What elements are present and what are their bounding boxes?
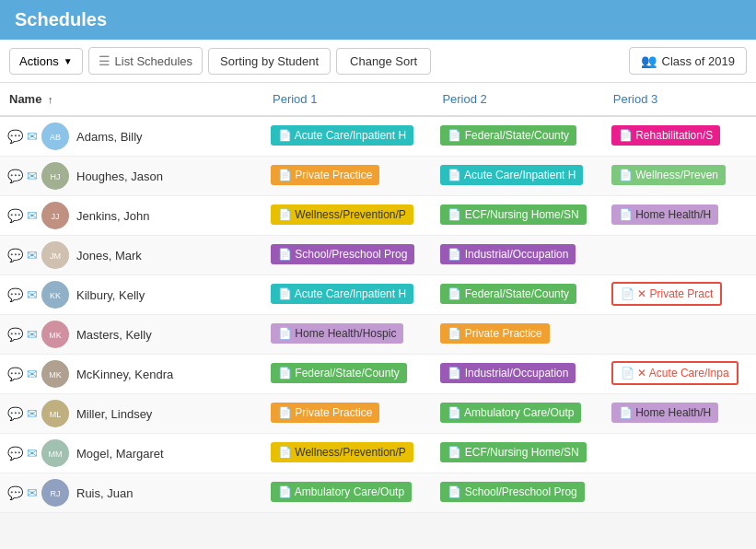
chat-icon[interactable]: 💬 — [7, 287, 23, 302]
mail-icon[interactable]: ✉ — [27, 406, 38, 421]
chat-icon[interactable]: 💬 — [7, 367, 23, 381]
period2-cell: 📄 School/Preschool Prog — [433, 473, 603, 513]
student-name-cell: 💬 ✉ RJ Ruis, Juan — [0, 473, 263, 513]
svg-text:AB: AB — [50, 133, 61, 142]
schedule-badge[interactable]: 📄 Home Health/Hospic — [271, 323, 403, 344]
schedule-badge[interactable]: 📄 Industrial/Occupation — [440, 244, 576, 264]
period1-cell: 📄 Home Health/Hospic — [263, 315, 433, 355]
chat-icon[interactable]: 💬 — [7, 406, 23, 421]
table-row: 💬 ✉ MK Masters, Kelly 📄 Home Health/Hosp… — [0, 315, 756, 355]
period2-cell: 📄 Industrial/Occupation — [433, 236, 603, 275]
period1-cell: 📄 Private Practice — [263, 157, 433, 196]
schedule-badge[interactable]: 📄 Ambulatory Care/Outp — [271, 482, 412, 502]
mail-icon[interactable]: ✉ — [27, 287, 38, 302]
table-row: 💬 ✉ MM Mogel, Margaret 📄 Wellness/Preven… — [0, 434, 756, 473]
schedule-badge[interactable]: 📄 ✕ Private Pract — [611, 282, 722, 306]
schedule-badge[interactable]: 📄 ECF/Nursing Home/SN — [440, 204, 586, 225]
chat-icon[interactable]: 💬 — [7, 169, 23, 183]
student-name: Mogel, Margaret — [76, 447, 164, 461]
student-name: Ruis, Juan — [76, 486, 133, 500]
class-button[interactable]: 👥 Class of 2019 — [629, 47, 748, 75]
student-name-cell: 💬 ✉ MK McKinney, Kendra — [0, 355, 263, 394]
table-row: 💬 ✉ JJ Jenkins, John 📄 Wellness/Preventi… — [0, 196, 756, 236]
chat-icon[interactable]: 💬 — [7, 208, 23, 223]
sorting-label: Sorting by Student — [208, 48, 331, 75]
schedule-badge[interactable]: 📄 Industrial/Occupation — [440, 363, 576, 383]
period1-cell: 📄 Federal/State/County — [263, 355, 433, 394]
avatar: MK — [41, 360, 69, 388]
class-icon: 👥 — [641, 53, 657, 68]
schedule-badge[interactable]: 📄 Wellness/Preven — [611, 165, 726, 185]
mail-icon[interactable]: ✉ — [27, 327, 38, 342]
schedule-badge[interactable]: 📄 Federal/State/County — [440, 125, 576, 146]
period2-cell: 📄 Acute Care/Inpatient H — [433, 157, 603, 196]
period3-cell: 📄 ✕ Acute Care/Inpa — [604, 355, 756, 394]
col-period1: Period 1 — [263, 83, 433, 116]
mail-icon[interactable]: ✉ — [27, 367, 38, 381]
period3-cell: 📄 Rehabilitation/S — [604, 116, 756, 157]
student-name: McKinney, Kendra — [76, 368, 173, 381]
schedule-badge[interactable]: 📄 Acute Care/Inpatient H — [271, 125, 413, 146]
schedule-badge[interactable]: 📄 Home Health/H — [611, 204, 718, 225]
list-schedules-label: List Schedules — [115, 54, 193, 68]
student-name-cell: 💬 ✉ MK Masters, Kelly — [0, 315, 263, 355]
schedule-badge[interactable]: 📄 Private Practice — [271, 403, 379, 423]
schedule-badge[interactable]: 📄 Wellness/Prevention/P — [271, 204, 413, 225]
student-name: Kilbury, Kelly — [76, 288, 145, 302]
dropdown-arrow-icon: ▼ — [64, 56, 73, 66]
schedule-badge[interactable]: 📄 School/Preschool Prog — [440, 482, 584, 502]
col-name[interactable]: Name ↑ — [0, 83, 263, 116]
schedule-badge[interactable]: 📄 Ambulatory Care/Outp — [440, 403, 581, 423]
table-row: 💬 ✉ RJ Ruis, Juan 📄 Ambulatory Care/Outp… — [0, 473, 756, 513]
schedule-badge[interactable]: 📄 ✕ Acute Care/Inpa — [611, 361, 739, 385]
table-row: 💬 ✉ HJ Houghes, Jason 📄 Private Practice… — [0, 157, 756, 196]
period1-cell: 📄 Private Practice — [263, 394, 433, 434]
chat-icon[interactable]: 💬 — [7, 327, 23, 342]
mail-icon[interactable]: ✉ — [27, 485, 38, 500]
schedule-badge[interactable]: 📄 Home Health/H — [611, 403, 718, 423]
period3-cell: 📄 ✕ Private Pract — [604, 275, 756, 315]
svg-text:RJ: RJ — [51, 489, 61, 498]
chat-icon[interactable]: 💬 — [7, 129, 23, 144]
mail-icon[interactable]: ✉ — [27, 169, 38, 183]
period2-cell: 📄 ECF/Nursing Home/SN — [433, 196, 603, 236]
period3-cell — [604, 315, 756, 355]
avatar: ML — [41, 400, 69, 427]
actions-label: Actions — [19, 54, 59, 68]
page-title: Schedules — [15, 9, 107, 29]
student-name-cell: 💬 ✉ KK Kilbury, Kelly — [0, 275, 263, 315]
schedule-badge[interactable]: 📄 Acute Care/Inpatient H — [271, 284, 413, 304]
svg-text:KK: KK — [50, 291, 61, 300]
period2-cell: 📄 ECF/Nursing Home/SN — [433, 434, 603, 473]
period2-cell: 📄 Ambulatory Care/Outp — [433, 394, 603, 434]
schedule-badge[interactable]: 📄 Federal/State/County — [440, 284, 576, 304]
mail-icon[interactable]: ✉ — [27, 129, 38, 144]
schedule-badge[interactable]: 📄 Acute Care/Inpatient H — [440, 165, 583, 185]
schedule-badge[interactable]: 📄 ECF/Nursing Home/SN — [440, 442, 586, 462]
schedule-badge[interactable]: 📄 Rehabilitation/S — [611, 125, 720, 146]
chat-icon[interactable]: 💬 — [7, 446, 23, 461]
student-name-cell: 💬 ✉ AB Adams, Billy — [0, 116, 263, 157]
student-name: Jones, Mark — [76, 249, 142, 263]
schedule-badge[interactable]: 📄 Wellness/Prevention/P — [271, 442, 413, 462]
schedule-badge[interactable]: 📄 Federal/State/County — [271, 363, 407, 383]
mail-icon[interactable]: ✉ — [27, 446, 38, 461]
actions-button[interactable]: Actions ▼ — [9, 48, 83, 75]
svg-text:JM: JM — [50, 251, 61, 261]
mail-icon[interactable]: ✉ — [27, 208, 38, 223]
chat-icon[interactable]: 💬 — [7, 485, 23, 500]
schedule-badge[interactable]: 📄 Private Practice — [271, 165, 379, 185]
avatar: JM — [41, 241, 69, 269]
class-label: Class of 2019 — [662, 54, 736, 68]
change-sort-button[interactable]: Change Sort — [336, 48, 431, 75]
list-schedules-button[interactable]: ☰ List Schedules — [88, 47, 204, 75]
schedule-badge[interactable]: 📄 Private Practice — [440, 323, 549, 344]
student-name: Masters, Kelly — [76, 328, 152, 342]
svg-text:ML: ML — [50, 410, 62, 419]
chat-icon[interactable]: 💬 — [7, 248, 23, 263]
header-bar: Schedules — [0, 0, 756, 40]
schedule-badge[interactable]: 📄 School/Preschool Prog — [271, 244, 414, 264]
period1-cell: 📄 Wellness/Prevention/P — [263, 434, 433, 473]
period1-cell: 📄 Acute Care/Inpatient H — [263, 275, 433, 315]
mail-icon[interactable]: ✉ — [27, 248, 38, 263]
